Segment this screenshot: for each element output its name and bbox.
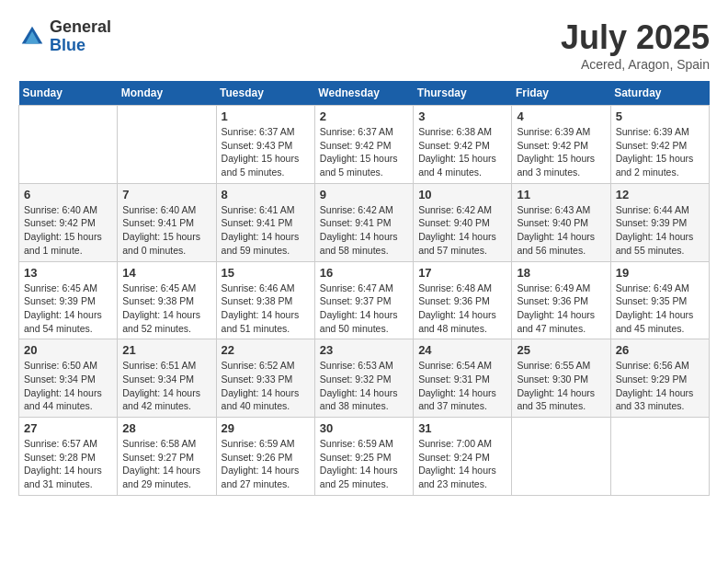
day-detail: Sunrise: 6:39 AM Sunset: 9:42 PM Dayligh…	[517, 125, 605, 179]
calendar-body: 1Sunrise: 6:37 AM Sunset: 9:43 PM Daylig…	[19, 106, 710, 496]
day-detail: Sunrise: 7:00 AM Sunset: 9:24 PM Dayligh…	[418, 437, 506, 491]
calendar-cell: 27Sunrise: 6:57 AM Sunset: 9:28 PM Dayli…	[19, 418, 118, 496]
calendar-cell: 25Sunrise: 6:55 AM Sunset: 9:30 PM Dayli…	[512, 339, 610, 418]
day-number: 9	[320, 188, 408, 201]
day-detail: Sunrise: 6:48 AM Sunset: 9:36 PM Dayligh…	[418, 282, 506, 336]
day-number: 7	[122, 188, 210, 201]
calendar-cell: 19Sunrise: 6:49 AM Sunset: 9:35 PM Dayli…	[610, 261, 709, 339]
day-detail: Sunrise: 6:50 AM Sunset: 9:34 PM Dayligh…	[24, 359, 112, 413]
calendar-cell: 17Sunrise: 6:48 AM Sunset: 9:36 PM Dayli…	[414, 261, 512, 339]
calendar-cell	[19, 106, 118, 184]
day-number: 25	[517, 343, 605, 357]
calendar-cell: 12Sunrise: 6:44 AM Sunset: 9:39 PM Dayli…	[610, 183, 709, 261]
calendar-cell: 29Sunrise: 6:59 AM Sunset: 9:26 PM Dayli…	[216, 418, 314, 496]
calendar-week-4: 20Sunrise: 6:50 AM Sunset: 9:34 PM Dayli…	[19, 339, 710, 418]
calendar-cell: 6Sunrise: 6:40 AM Sunset: 9:42 PM Daylig…	[19, 183, 118, 261]
calendar-cell: 8Sunrise: 6:41 AM Sunset: 9:41 PM Daylig…	[216, 183, 314, 261]
calendar-cell: 28Sunrise: 6:58 AM Sunset: 9:27 PM Dayli…	[118, 418, 216, 496]
calendar-table: SundayMondayTuesdayWednesdayThursdayFrid…	[18, 81, 710, 496]
day-number: 24	[418, 343, 506, 357]
calendar-cell: 3Sunrise: 6:38 AM Sunset: 9:42 PM Daylig…	[414, 106, 512, 184]
day-detail: Sunrise: 6:58 AM Sunset: 9:27 PM Dayligh…	[122, 437, 210, 491]
calendar-week-3: 13Sunrise: 6:45 AM Sunset: 9:39 PM Dayli…	[19, 261, 710, 339]
day-detail: Sunrise: 6:56 AM Sunset: 9:29 PM Dayligh…	[616, 359, 704, 413]
day-number: 19	[616, 266, 704, 280]
day-detail: Sunrise: 6:47 AM Sunset: 9:37 PM Dayligh…	[320, 282, 408, 336]
location: Acered, Aragon, Spain	[561, 57, 710, 72]
calendar-cell: 13Sunrise: 6:45 AM Sunset: 9:39 PM Dayli…	[19, 261, 118, 339]
day-number: 16	[320, 266, 408, 280]
weekday-header-sunday: Sunday	[19, 81, 118, 106]
calendar-cell: 18Sunrise: 6:49 AM Sunset: 9:36 PM Dayli…	[512, 261, 610, 339]
day-number: 29	[222, 421, 310, 435]
weekday-header-thursday: Thursday	[414, 81, 512, 106]
day-detail: Sunrise: 6:49 AM Sunset: 9:36 PM Dayligh…	[517, 282, 605, 336]
calendar-cell	[610, 418, 709, 496]
day-number: 27	[24, 421, 112, 435]
day-detail: Sunrise: 6:52 AM Sunset: 9:33 PM Dayligh…	[222, 359, 310, 413]
day-number: 1	[222, 109, 310, 123]
day-detail: Sunrise: 6:57 AM Sunset: 9:28 PM Dayligh…	[24, 437, 112, 491]
title-block: July 2025 Acered, Aragon, Spain	[561, 18, 710, 72]
day-detail: Sunrise: 6:43 AM Sunset: 9:40 PM Dayligh…	[517, 203, 605, 258]
calendar-cell: 4Sunrise: 6:39 AM Sunset: 9:42 PM Daylig…	[512, 106, 610, 184]
day-detail: Sunrise: 6:59 AM Sunset: 9:26 PM Dayligh…	[222, 437, 310, 491]
day-number: 17	[418, 266, 506, 280]
weekday-row: SundayMondayTuesdayWednesdayThursdayFrid…	[19, 81, 710, 106]
calendar-cell: 26Sunrise: 6:56 AM Sunset: 9:29 PM Dayli…	[610, 339, 709, 418]
day-detail: Sunrise: 6:37 AM Sunset: 9:42 PM Dayligh…	[320, 125, 408, 179]
day-detail: Sunrise: 6:45 AM Sunset: 9:38 PM Dayligh…	[122, 282, 210, 336]
calendar-week-5: 27Sunrise: 6:57 AM Sunset: 9:28 PM Dayli…	[19, 418, 710, 496]
day-detail: Sunrise: 6:44 AM Sunset: 9:39 PM Dayligh…	[616, 203, 704, 258]
day-detail: Sunrise: 6:42 AM Sunset: 9:41 PM Dayligh…	[320, 203, 408, 258]
day-detail: Sunrise: 6:41 AM Sunset: 9:41 PM Dayligh…	[222, 203, 310, 258]
day-detail: Sunrise: 6:59 AM Sunset: 9:25 PM Dayligh…	[320, 437, 408, 491]
page-header: General Blue July 2025 Acered, Aragon, S…	[18, 18, 710, 72]
calendar-cell: 20Sunrise: 6:50 AM Sunset: 9:34 PM Dayli…	[19, 339, 118, 418]
day-detail: Sunrise: 6:37 AM Sunset: 9:43 PM Dayligh…	[222, 125, 310, 179]
calendar-cell	[118, 106, 216, 184]
day-number: 10	[418, 188, 506, 201]
weekday-header-saturday: Saturday	[610, 81, 709, 106]
day-detail: Sunrise: 6:45 AM Sunset: 9:39 PM Dayligh…	[24, 282, 112, 336]
logo-blue: Blue	[50, 37, 111, 55]
calendar-cell: 15Sunrise: 6:46 AM Sunset: 9:38 PM Dayli…	[216, 261, 314, 339]
calendar-cell: 14Sunrise: 6:45 AM Sunset: 9:38 PM Dayli…	[118, 261, 216, 339]
day-detail: Sunrise: 6:46 AM Sunset: 9:38 PM Dayligh…	[222, 282, 310, 336]
day-number: 18	[517, 266, 605, 280]
day-number: 13	[24, 266, 112, 280]
calendar-cell: 21Sunrise: 6:51 AM Sunset: 9:34 PM Dayli…	[118, 339, 216, 418]
day-number: 6	[24, 188, 112, 201]
day-number: 15	[222, 266, 310, 280]
day-number: 12	[616, 188, 704, 201]
calendar-header: SundayMondayTuesdayWednesdayThursdayFrid…	[19, 81, 710, 106]
day-detail: Sunrise: 6:40 AM Sunset: 9:41 PM Dayligh…	[122, 203, 210, 258]
day-number: 5	[616, 109, 704, 123]
day-detail: Sunrise: 6:42 AM Sunset: 9:40 PM Dayligh…	[418, 203, 506, 258]
day-number: 8	[222, 188, 310, 201]
calendar-cell: 30Sunrise: 6:59 AM Sunset: 9:25 PM Dayli…	[314, 418, 413, 496]
calendar-cell: 2Sunrise: 6:37 AM Sunset: 9:42 PM Daylig…	[314, 106, 413, 184]
day-number: 2	[320, 109, 408, 123]
day-detail: Sunrise: 6:40 AM Sunset: 9:42 PM Dayligh…	[24, 203, 112, 258]
day-detail: Sunrise: 6:49 AM Sunset: 9:35 PM Dayligh…	[616, 282, 704, 336]
day-number: 20	[24, 343, 112, 357]
calendar-cell	[512, 418, 610, 496]
day-detail: Sunrise: 6:55 AM Sunset: 9:30 PM Dayligh…	[517, 359, 605, 413]
logo-icon	[18, 23, 46, 51]
calendar-cell: 11Sunrise: 6:43 AM Sunset: 9:40 PM Dayli…	[512, 183, 610, 261]
day-number: 23	[320, 343, 408, 357]
weekday-header-monday: Monday	[118, 81, 216, 106]
day-detail: Sunrise: 6:54 AM Sunset: 9:31 PM Dayligh…	[418, 359, 506, 413]
calendar-cell: 7Sunrise: 6:40 AM Sunset: 9:41 PM Daylig…	[118, 183, 216, 261]
logo-text: General Blue	[50, 18, 111, 55]
day-detail: Sunrise: 6:53 AM Sunset: 9:32 PM Dayligh…	[320, 359, 408, 413]
logo-general: General	[50, 18, 111, 37]
day-number: 4	[517, 109, 605, 123]
day-detail: Sunrise: 6:39 AM Sunset: 9:42 PM Dayligh…	[616, 125, 704, 179]
calendar-cell: 23Sunrise: 6:53 AM Sunset: 9:32 PM Dayli…	[314, 339, 413, 418]
day-number: 14	[122, 266, 210, 280]
day-number: 28	[122, 421, 210, 435]
day-number: 22	[222, 343, 310, 357]
weekday-header-tuesday: Tuesday	[216, 81, 314, 106]
